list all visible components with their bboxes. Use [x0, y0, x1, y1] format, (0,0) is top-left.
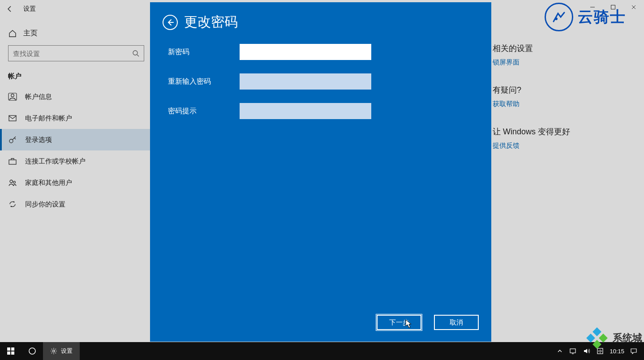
- input-password-hint[interactable]: [240, 103, 371, 119]
- close-button[interactable]: [623, 0, 644, 14]
- svg-point-8: [9, 139, 13, 143]
- nav-item-label: 电子邮件和帐户: [25, 114, 72, 123]
- svg-point-5: [11, 94, 14, 97]
- nav-item-label: 连接工作或学校帐户: [25, 157, 86, 166]
- search-icon: [132, 50, 139, 57]
- input-new-password[interactable]: [240, 44, 371, 60]
- search-box[interactable]: [8, 45, 144, 61]
- modal-back-button[interactable]: [163, 15, 178, 30]
- nav-list: 帐户信息 电子邮件和帐户 登录选项 连接工作或学校帐户 家庭和其他用户 同步你的…: [0, 86, 152, 215]
- home-label: 主页: [23, 29, 38, 38]
- svg-rect-25: [592, 340, 601, 349]
- user-icon: [8, 92, 17, 101]
- corner-watermark-icon: [586, 327, 608, 349]
- svg-rect-13: [11, 347, 14, 351]
- modal-title: 更改密码: [184, 13, 238, 31]
- sync-icon: [8, 200, 17, 209]
- mail-icon: [8, 114, 17, 123]
- right-heading: 有疑问?: [493, 85, 633, 95]
- svg-text:中: 中: [598, 349, 602, 354]
- svg-line-4: [137, 55, 139, 56]
- svg-point-3: [133, 51, 137, 55]
- home-icon: [8, 29, 17, 38]
- search-input[interactable]: [13, 50, 132, 57]
- brand-text: 云骑士: [578, 7, 626, 27]
- svg-rect-12: [7, 347, 10, 351]
- svg-rect-24: [599, 334, 608, 343]
- next-button-label: 下一步: [389, 318, 409, 327]
- gear-icon: [50, 347, 57, 355]
- taskbar: 设置 中 10:15: [0, 342, 644, 360]
- nav-item-family-users[interactable]: 家庭和其他用户: [0, 172, 152, 193]
- label-new-password: 新密码: [168, 47, 240, 57]
- svg-rect-18: [570, 349, 575, 353]
- settings-right-panel: 相关的设置 锁屏界面 有疑问? 获取帮助 让 Windows 变得更好 提供反馈: [493, 43, 633, 168]
- brand-watermark: 云骑士: [545, 3, 626, 31]
- nav-item-label: 帐户信息: [25, 93, 52, 101]
- start-button[interactable]: [0, 342, 21, 360]
- svg-point-17: [53, 350, 55, 352]
- svg-point-16: [29, 348, 35, 354]
- settings-sidebar: 主页 帐户 帐户信息 电子邮件和帐户 登录选项: [0, 18, 152, 342]
- briefcase-icon: [8, 157, 17, 166]
- svg-rect-22: [592, 327, 601, 336]
- svg-rect-9: [9, 160, 16, 164]
- key-icon: [8, 135, 17, 144]
- network-icon[interactable]: [569, 347, 577, 355]
- window-title: 设置: [23, 5, 36, 13]
- right-heading: 相关的设置: [493, 43, 633, 54]
- svg-point-11: [13, 181, 16, 184]
- nav-item-email-accounts[interactable]: 电子邮件和帐户: [0, 107, 152, 129]
- tray-chevron-up-icon[interactable]: [556, 347, 564, 355]
- next-button[interactable]: 下一步: [377, 315, 421, 330]
- home-link[interactable]: 主页: [0, 26, 152, 45]
- taskbar-app-label: 设置: [61, 347, 73, 355]
- cancel-button-label: 取消: [450, 318, 463, 327]
- section-label: 帐户: [0, 72, 152, 86]
- input-confirm-password[interactable]: [240, 73, 371, 90]
- svg-rect-7: [9, 116, 16, 121]
- svg-rect-15: [11, 351, 14, 355]
- nav-item-work-school[interactable]: 连接工作或学校帐户: [0, 150, 152, 172]
- nav-item-signin-options[interactable]: 登录选项: [0, 129, 152, 150]
- right-heading: 让 Windows 变得更好: [493, 126, 633, 137]
- nav-item-label: 登录选项: [25, 136, 52, 144]
- change-password-modal: 更改密码 新密码 重新输入密码 密码提示 下一步 取消: [150, 2, 491, 342]
- people-icon: [8, 178, 17, 187]
- nav-item-sync-settings[interactable]: 同步你的设置: [0, 193, 152, 215]
- nav-item-label: 家庭和其他用户: [25, 179, 72, 187]
- cancel-button[interactable]: 取消: [434, 315, 479, 330]
- link-lock-screen[interactable]: 锁屏界面: [493, 58, 633, 67]
- svg-point-10: [10, 180, 13, 183]
- taskbar-app-settings[interactable]: 设置: [43, 342, 80, 360]
- svg-rect-14: [7, 351, 10, 355]
- label-confirm-password: 重新输入密码: [168, 77, 240, 86]
- label-password-hint: 密码提示: [168, 107, 240, 116]
- brand-logo-icon: [545, 3, 573, 31]
- svg-rect-23: [586, 334, 595, 343]
- link-feedback[interactable]: 提供反馈: [493, 141, 633, 150]
- back-button[interactable]: [0, 0, 20, 18]
- svg-point-0: [555, 17, 558, 20]
- corner-watermark: 系统城: [586, 327, 642, 349]
- nav-item-account-info[interactable]: 帐户信息: [0, 86, 152, 107]
- corner-watermark-text: 系统城: [613, 331, 642, 345]
- cortana-button[interactable]: [21, 342, 43, 360]
- link-get-help[interactable]: 获取帮助: [493, 100, 633, 108]
- nav-item-label: 同步你的设置: [25, 200, 65, 209]
